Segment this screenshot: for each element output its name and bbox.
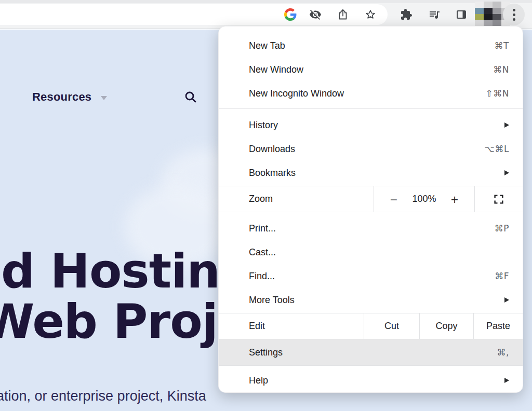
paste-button[interactable]: Paste xyxy=(473,313,523,339)
menu-item-cast[interactable]: Cast... xyxy=(219,240,523,264)
dot xyxy=(513,18,515,21)
hero-heading-line1: d Hosting xyxy=(1,248,253,295)
copy-button[interactable]: Copy xyxy=(419,313,473,339)
menu-item-history[interactable]: History xyxy=(219,113,523,137)
dot xyxy=(513,9,515,11)
shortcut-label: ⌥⌘L xyxy=(484,144,509,154)
copy-label: Copy xyxy=(435,321,457,332)
shortcut-label: ⌘F xyxy=(495,271,509,281)
menu-item-label: Settings xyxy=(249,347,497,358)
avatar-mosaic-cell xyxy=(484,8,493,14)
menu-item-label: Cast... xyxy=(249,247,509,258)
menu-item-label: New Tab xyxy=(249,40,495,51)
zoom-level-value: 100% xyxy=(412,194,436,204)
menu-item-help[interactable]: Help xyxy=(219,368,523,392)
menu-item-label: New Window xyxy=(249,64,493,75)
side-panel-icon[interactable] xyxy=(455,8,468,21)
shortcut-label: ⌘N xyxy=(493,64,509,75)
menu-item-find[interactable]: Find... ⌘F xyxy=(219,264,523,288)
fullscreen-button[interactable] xyxy=(475,186,523,212)
avatar-mosaic-cell xyxy=(493,14,501,20)
avatar-mosaic-cell xyxy=(475,14,484,20)
menu-item-new-window[interactable]: New Window ⌘N xyxy=(219,58,523,81)
window-top-strip xyxy=(0,0,532,3)
menu-item-label: Print... xyxy=(249,223,495,234)
menu-item-downloads[interactable]: Downloads ⌥⌘L xyxy=(219,137,523,161)
menu-item-label: Downloads xyxy=(249,144,484,155)
nav-item-resources[interactable]: Resources xyxy=(32,90,107,104)
zoom-controls: − 100% + xyxy=(374,186,475,212)
menu-item-label: New Incognito Window xyxy=(249,88,486,99)
submenu-arrow-icon xyxy=(504,378,509,383)
menu-edit-row: Edit Cut Copy Paste xyxy=(219,313,523,339)
menu-item-label: Find... xyxy=(249,271,495,282)
paste-label: Paste xyxy=(486,321,510,332)
menu-section-tabs: New Tab ⌘T New Window ⌘N New Incognito W… xyxy=(219,26,523,108)
avatar-mosaic-cell xyxy=(475,2,484,8)
browser-window: Resources d Hosting Web Project ation, o… xyxy=(0,0,532,411)
menu-item-label: Help xyxy=(249,375,504,386)
avatar-mosaic-cell xyxy=(484,2,493,8)
dot xyxy=(513,13,515,16)
menu-item-settings[interactable]: Settings ⌘, xyxy=(219,339,523,365)
menu-section-help: Help xyxy=(219,366,523,392)
zoom-in-button[interactable]: + xyxy=(450,194,459,205)
hidden-eye-icon[interactable] xyxy=(309,8,322,21)
edit-label: Edit xyxy=(249,321,265,332)
share-icon[interactable] xyxy=(336,8,350,21)
avatar-mosaic-cell xyxy=(493,8,501,14)
nav-resources-label: Resources xyxy=(32,90,91,104)
menu-item-new-tab[interactable]: New Tab ⌘T xyxy=(219,34,523,58)
zoom-label-cell: Zoom xyxy=(219,186,374,212)
chevron-down-icon xyxy=(101,96,107,100)
shortcut-label: ⇧⌘N xyxy=(486,88,509,99)
avatar-mosaic-cell xyxy=(475,8,484,14)
menu-section-tools: Print... ⌘P Cast... Find... ⌘F More Tool… xyxy=(219,212,523,313)
google-logo-icon xyxy=(284,8,297,21)
menu-zoom-row: Zoom − 100% + xyxy=(219,186,523,212)
hero-paragraph: ation, or enterprise project, Kinsta xyxy=(0,388,206,404)
menu-item-print[interactable]: Print... ⌘P xyxy=(219,216,523,240)
menu-section-history: History Downloads ⌥⌘L Bookmarks xyxy=(219,109,523,186)
cut-label: Cut xyxy=(384,321,399,332)
zoom-label: Zoom xyxy=(249,194,273,204)
avatar-mosaic-cell xyxy=(493,2,501,8)
media-playlist-icon[interactable] xyxy=(428,8,441,21)
menu-item-label: More Tools xyxy=(249,295,504,306)
menu-item-more-tools[interactable]: More Tools xyxy=(219,288,523,312)
fullscreen-icon xyxy=(494,194,504,204)
cut-button[interactable]: Cut xyxy=(364,313,419,339)
extensions-puzzle-icon[interactable] xyxy=(400,8,413,21)
shortcut-label: ⌘, xyxy=(497,347,509,358)
submenu-arrow-icon xyxy=(504,122,509,128)
search-icon[interactable] xyxy=(183,90,198,104)
edit-label-cell: Edit xyxy=(219,313,364,339)
chrome-app-menu: New Tab ⌘T New Window ⌘N New Incognito W… xyxy=(218,26,523,393)
menu-item-label: History xyxy=(249,120,504,131)
menu-dots-button[interactable] xyxy=(503,4,525,25)
bookmark-star-icon[interactable] xyxy=(364,8,377,21)
shortcut-label: ⌘T xyxy=(495,40,509,51)
menu-item-label: Bookmarks xyxy=(249,168,504,179)
avatar-mosaic-cell xyxy=(484,14,493,20)
menu-item-bookmarks[interactable]: Bookmarks xyxy=(219,161,523,185)
menu-item-new-incognito-window[interactable]: New Incognito Window ⇧⌘N xyxy=(219,81,523,105)
shortcut-label: ⌘P xyxy=(495,223,509,234)
submenu-arrow-icon xyxy=(504,297,509,303)
browser-toolbar xyxy=(0,0,532,29)
zoom-out-button[interactable]: − xyxy=(390,194,398,205)
address-bar[interactable] xyxy=(0,4,388,25)
submenu-arrow-icon xyxy=(504,170,509,175)
